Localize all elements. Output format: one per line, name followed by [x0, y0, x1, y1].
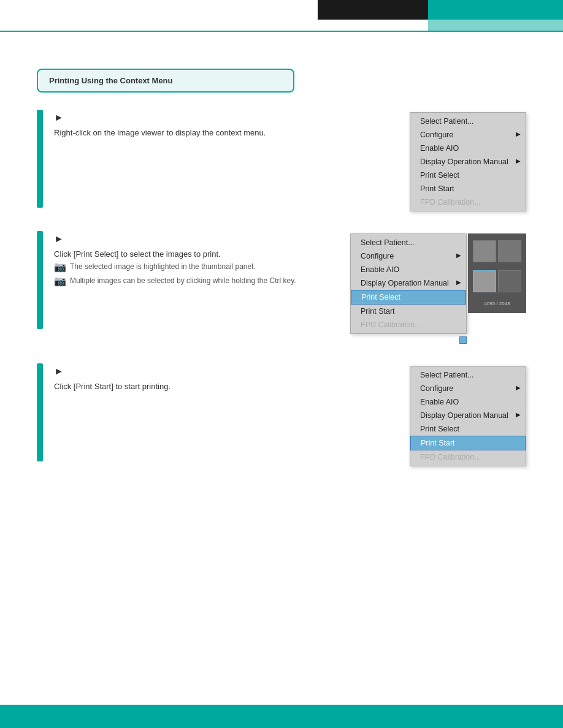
note2-text: Multiple images can be selected by click… — [70, 276, 296, 285]
step-1-block: ► Right-click on the image viewer to dis… — [37, 110, 526, 211]
step-3-arrow: ► — [54, 366, 401, 377]
step-1-context-menu: Select Patient... Configure Enable AIO D… — [410, 112, 526, 211]
step-3-block: ► Click [Print Start] to start printing.… — [37, 363, 526, 466]
step-2-menu-thumb-area: Select Patient... Configure Enable AIO D… — [350, 233, 526, 344]
menu1-select-patient[interactable]: Select Patient... — [410, 115, 526, 128]
main-content: Printing Using the Context Menu ► Right-… — [0, 32, 563, 523]
step-2-text-area: ► Click [Print Select] to select the ima… — [54, 233, 342, 289]
thumb-2 — [498, 240, 521, 262]
step-3-text: Click [Print Start] to start printing. — [54, 382, 170, 391]
section-label: Printing Using the Context Menu — [49, 76, 173, 85]
menu3-print-start[interactable]: Print Start — [410, 436, 526, 450]
thumb-row-1 — [473, 240, 521, 262]
header-bar-teal2 — [428, 20, 563, 31]
menu2-print-start[interactable]: Print Start — [351, 305, 466, 318]
step-2-sidebar — [37, 231, 43, 329]
menu3-select-patient[interactable]: Select Patient... — [410, 368, 526, 382]
step-1-sidebar — [37, 110, 43, 208]
step-2-text: Click [Print Select] to select the image… — [54, 249, 221, 259]
menu3-enable-aio[interactable]: Enable AIO — [410, 395, 526, 409]
step-2-block: ► Click [Print Select] to select the ima… — [37, 231, 526, 344]
thumb-4 — [498, 270, 521, 292]
menu2-display-op-manual[interactable]: Display Operation Manual — [351, 276, 466, 290]
menu2-fpd-calibration: FPD Calibration... — [351, 318, 466, 332]
menu3-display-op-manual[interactable]: Display Operation Manual — [410, 409, 526, 422]
thumb-3-selected[interactable] — [473, 270, 496, 292]
step-3-row: ► Click [Print Start] to start printing.… — [54, 366, 526, 466]
page-header — [0, 0, 563, 32]
menu1-print-select[interactable]: Print Select — [410, 169, 526, 182]
step-2-arrow: ► — [54, 233, 342, 245]
step-2-note2: 📷 Multiple images can be selected by cli… — [54, 275, 342, 287]
thumb-info-bar: 4095 / 2048 — [484, 301, 510, 306]
step-1-text-area: ► Right-click on the image viewer to dis… — [54, 112, 401, 140]
menu1-print-start[interactable]: Print Start — [410, 182, 526, 195]
step-2-context-menu: Select Patient... Configure Enable AIO D… — [350, 233, 467, 334]
page-footer — [0, 705, 563, 728]
note1-text: The selected image is highlighted in the… — [70, 262, 255, 271]
step-2-content: ► Click [Print Select] to select the ima… — [54, 231, 526, 344]
note1-icon: 📷 — [54, 261, 66, 273]
step-1-content: ► Right-click on the image viewer to dis… — [54, 110, 526, 211]
step-2-menu-area: Select Patient... Configure Enable AIO D… — [350, 233, 467, 344]
thumb-row-2 — [473, 270, 521, 292]
step-1-text: Right-click on the image viewer to displ… — [54, 128, 266, 137]
menu1-display-op-manual[interactable]: Display Operation Manual — [410, 155, 526, 169]
menu1-fpd-calibration: FPD Calibration... — [410, 195, 526, 209]
menu2-configure[interactable]: Configure — [351, 249, 466, 263]
menu3-fpd-calibration: FPD Calibration... — [410, 450, 526, 464]
section-box: Printing Using the Context Menu — [37, 69, 294, 93]
menu2-select-patient[interactable]: Select Patient... — [351, 236, 466, 249]
step-3-context-menu: Select Patient... Configure Enable AIO D… — [410, 366, 526, 466]
header-bar-black — [318, 0, 428, 20]
step-3-sidebar — [37, 363, 43, 461]
step-1-row: ► Right-click on the image viewer to dis… — [54, 112, 526, 211]
menu3-configure[interactable]: Configure — [410, 382, 526, 395]
step-2-note1: 📷 The selected image is highlighted in t… — [54, 261, 342, 273]
menu2-print-select[interactable]: Print Select — [351, 290, 466, 305]
menu1-configure[interactable]: Configure — [410, 128, 526, 142]
step-3-text-area: ► Click [Print Start] to start printing. — [54, 366, 401, 393]
step-2-row: ► Click [Print Select] to select the ima… — [54, 233, 526, 344]
step-3-menu-area: Select Patient... Configure Enable AIO D… — [410, 366, 526, 466]
step-1-arrow: ► — [54, 112, 401, 123]
step-3-content: ► Click [Print Start] to start printing.… — [54, 363, 526, 466]
note2-icon: 📷 — [54, 275, 66, 287]
menu1-enable-aio[interactable]: Enable AIO — [410, 142, 526, 155]
step-1-menu-area: Select Patient... Configure Enable AIO D… — [410, 112, 526, 211]
header-bar-teal — [428, 0, 563, 20]
menu3-print-select[interactable]: Print Select — [410, 422, 526, 436]
thumbnail-panel: 4095 / 2048 — [468, 233, 526, 313]
thumb-1 — [473, 240, 496, 262]
connector-square — [459, 336, 467, 344]
menu2-enable-aio[interactable]: Enable AIO — [351, 263, 466, 276]
